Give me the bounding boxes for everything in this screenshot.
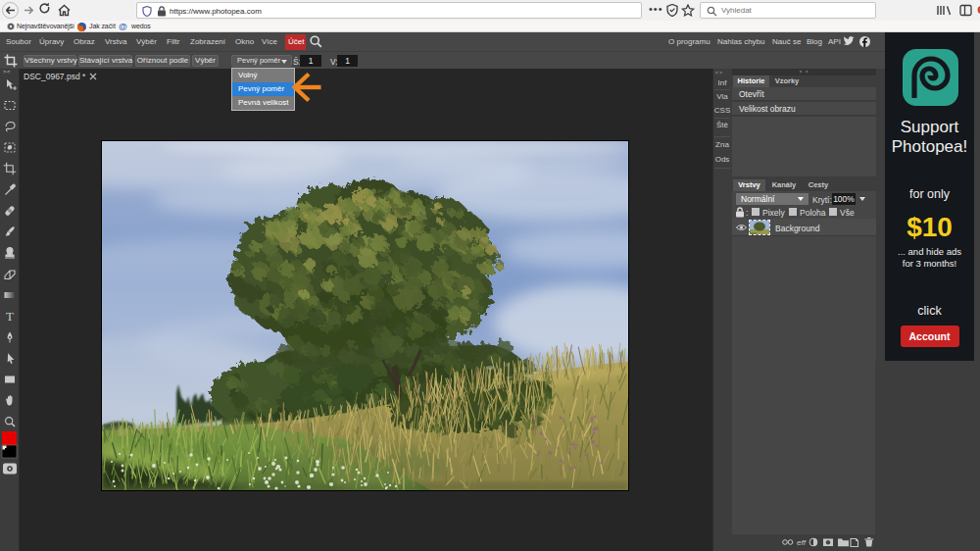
svg-text:T: T [6,309,14,324]
svg-text:eff: eff [797,538,807,547]
